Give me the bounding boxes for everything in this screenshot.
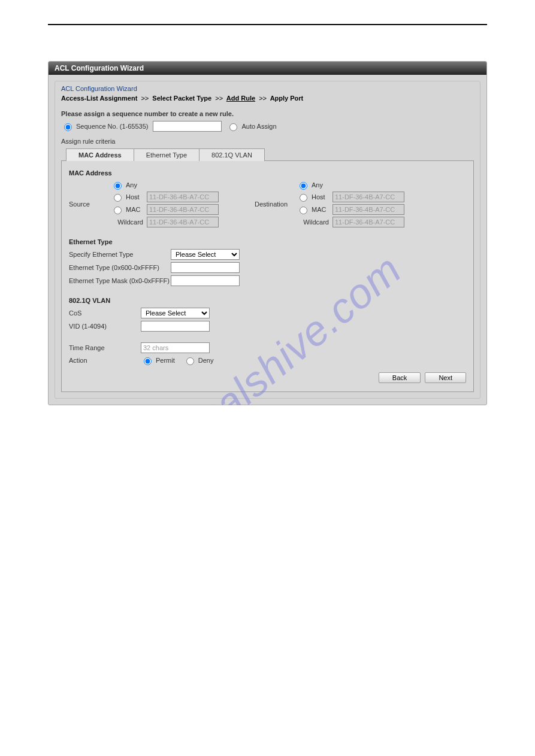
- eth-type-input[interactable]: [171, 262, 240, 273]
- specify-eth-select[interactable]: Please Select: [171, 249, 240, 260]
- time-range-label: Time Range: [69, 344, 141, 351]
- eth-section-title: Ethernet Type: [69, 238, 466, 245]
- action-permit-option[interactable]: Permit: [141, 356, 175, 365]
- dest-wildcard-label: Wildcard: [297, 218, 333, 226]
- page-divider: [48, 24, 487, 25]
- cos-label: CoS: [69, 309, 141, 317]
- time-range-input[interactable]: [141, 342, 210, 353]
- dest-host-input[interactable]: [333, 192, 404, 202]
- action-deny-option[interactable]: Deny: [183, 356, 214, 365]
- eth-type-label: Ethernet Type (0x600-0xFFFF): [69, 264, 171, 271]
- back-button[interactable]: Back: [379, 372, 421, 383]
- action-deny-radio[interactable]: [186, 357, 194, 365]
- source-host-radio[interactable]: [114, 194, 122, 202]
- action-permit-radio[interactable]: [144, 357, 152, 365]
- eth-mask-input[interactable]: [171, 275, 240, 286]
- vid-label: VID (1-4094): [69, 323, 141, 330]
- tab-mac-address[interactable]: MAC Address: [66, 148, 134, 161]
- bc-step-access-list: Access-List Assignment: [61, 95, 137, 102]
- vlan-section-title: 802.1Q VLAN: [69, 297, 466, 304]
- bc-step-packet-type: Select Packet Type: [152, 95, 211, 102]
- vid-input[interactable]: [141, 321, 210, 332]
- dest-mac-option[interactable]: MAC: [297, 205, 333, 214]
- source-any-option[interactable]: Any: [111, 180, 147, 190]
- source-mac-option[interactable]: MAC: [111, 205, 147, 214]
- criteria-tabs: MAC Address Ethernet Type 802.1Q VLAN: [66, 148, 474, 161]
- dest-wildcard-input[interactable]: [333, 217, 404, 227]
- auto-assign-radio[interactable]: [229, 123, 237, 131]
- auto-assign-option[interactable]: Auto Assign: [226, 122, 276, 131]
- dest-host-radio[interactable]: [300, 194, 307, 202]
- bc-step-add-rule: Add Rule: [226, 95, 255, 102]
- mac-section-title: MAC Address: [69, 169, 466, 177]
- criteria-label: Assign rule criteria: [61, 138, 474, 145]
- source-mac-input[interactable]: [147, 204, 219, 215]
- action-label: Action: [69, 357, 141, 364]
- tab-8021q-vlan[interactable]: 802.1Q VLAN: [199, 148, 265, 161]
- dest-any-option[interactable]: Any: [297, 180, 333, 190]
- wizard-subpanel: ACL Configuration Wizard Access-List Ass…: [55, 81, 480, 399]
- next-button[interactable]: Next: [425, 372, 466, 383]
- destination-label: Destination: [255, 201, 297, 208]
- bc-step-apply-port: Apply Port: [270, 95, 304, 102]
- source-host-input[interactable]: [147, 192, 219, 202]
- dest-mac-radio[interactable]: [300, 207, 307, 214]
- tab-body: MAC Address Source Any Host MAC Wildcard: [61, 160, 474, 392]
- eth-mask-label: Ethernet Type Mask (0x0-0xFFFF): [69, 277, 171, 284]
- source-wildcard-label: Wildcard: [111, 218, 147, 226]
- sequence-instruction: Please assign a sequence number to creat…: [61, 110, 474, 117]
- source-wildcard-input[interactable]: [147, 217, 219, 227]
- dest-host-option[interactable]: Host: [297, 192, 333, 202]
- tab-ethernet-type[interactable]: Ethernet Type: [134, 148, 200, 161]
- cos-select[interactable]: Please Select: [141, 308, 210, 318]
- sequence-no-radio[interactable]: [64, 123, 72, 131]
- source-label: Source: [69, 201, 111, 208]
- dest-any-radio[interactable]: [300, 182, 307, 190]
- dest-mac-input[interactable]: [333, 204, 404, 215]
- sequence-no-input[interactable]: [153, 121, 222, 132]
- source-mac-radio[interactable]: [114, 207, 122, 214]
- panel-title: ACL Configuration Wizard: [49, 62, 486, 75]
- subpanel-title: ACL Configuration Wizard: [55, 81, 480, 95]
- specify-eth-label: Specify Ethernet Type: [69, 251, 171, 258]
- wizard-panel: ACL Configuration Wizard ACL Configurati…: [48, 61, 487, 405]
- breadcrumb: Access-List Assignment >> Select Packet …: [61, 95, 474, 102]
- source-host-option[interactable]: Host: [111, 192, 147, 202]
- sequence-no-option[interactable]: Sequence No. (1-65535): [61, 122, 148, 131]
- source-any-radio[interactable]: [114, 182, 122, 190]
